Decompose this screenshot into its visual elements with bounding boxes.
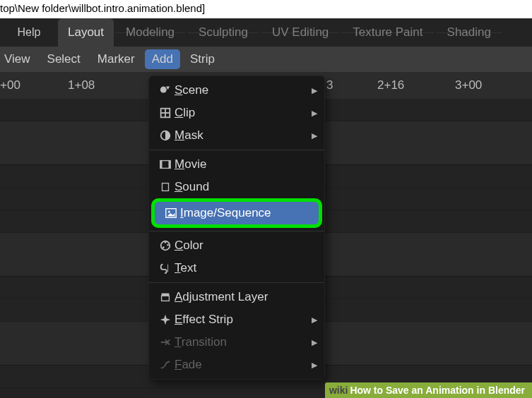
banner-label: How to Save an Animation in Blender: [350, 385, 525, 396]
help-menu[interactable]: Help: [0, 26, 58, 39]
ruler-tick: +00: [0, 78, 20, 92]
mask-icon: [156, 129, 175, 142]
window-titlebar: top\New folder\willbot.intro.animation.b…: [0, 0, 532, 18]
menu-item-label: Movie: [175, 157, 206, 171]
ruler-tick: 3: [326, 78, 333, 92]
menu-item-label: Image/Sequence: [180, 206, 271, 220]
menu-item-color[interactable]: Color: [149, 234, 324, 257]
menu-item-label: Scene: [175, 83, 208, 97]
submenu-arrow-icon: ▶: [312, 109, 317, 118]
top-menu-bar: Help LayoutModelingSculptingUV EditingTe…: [0, 18, 532, 47]
tab-modeling[interactable]: Modeling: [115, 32, 185, 33]
menu-item-transition: Transition▶: [149, 331, 324, 354]
menu-item-mask[interactable]: Mask▶: [149, 124, 324, 147]
menu-item-label: Clip: [175, 106, 195, 120]
menu-item-image-sequence[interactable]: Image/Sequence: [155, 202, 319, 224]
tutorial-highlight: Image/Sequence: [151, 198, 322, 228]
text-icon: [156, 262, 175, 275]
title-text: top\New folder\willbot.intro.animation.b…: [0, 2, 205, 14]
effect-icon: [156, 313, 175, 326]
adjust-icon: [156, 291, 175, 303]
tab-sculpting[interactable]: Sculpting: [188, 32, 259, 33]
menu-view[interactable]: View: [0, 47, 39, 72]
color-icon: [156, 239, 175, 252]
menu-item-label: Fade: [175, 358, 202, 372]
sound-icon: [156, 181, 175, 193]
submenu-arrow-icon: ▶: [312, 131, 317, 140]
wikihow-banner: wikiHow to Save an Animation in Blender: [325, 382, 532, 398]
ruler-tick: 3+00: [455, 78, 482, 92]
tab-texture-paint[interactable]: Texture Paint: [342, 32, 433, 33]
submenu-arrow-icon: ▶: [312, 361, 317, 370]
tab-layout[interactable]: Layout: [58, 18, 114, 47]
menu-item-label: Transition: [175, 335, 227, 349]
submenu-arrow-icon: ▶: [312, 338, 317, 347]
svg-point-10: [168, 211, 170, 213]
add-menu-dropdown: Scene▶Clip▶Mask▶MovieSoundImage/Sequence…: [148, 76, 325, 380]
menu-item-scene[interactable]: Scene▶: [149, 79, 324, 102]
transition-icon: [156, 336, 175, 349]
ruler-tick: 1+08: [68, 78, 95, 92]
menu-item-movie[interactable]: Movie: [149, 153, 324, 176]
submenu-arrow-icon: ▶: [312, 315, 317, 325]
tab-uv-editing[interactable]: UV Editing: [261, 32, 339, 33]
svg-rect-16: [162, 294, 170, 296]
svg-point-13: [167, 244, 169, 246]
submenu-arrow-icon: ▶: [312, 86, 317, 95]
menu-item-text[interactable]: Text: [149, 257, 324, 279]
menu-item-adjustment-layer[interactable]: Adjustment Layer: [149, 286, 324, 308]
menu-item-fade: Fade▶: [149, 354, 324, 376]
scene-icon: [156, 84, 175, 97]
svg-point-14: [162, 246, 165, 248]
fade-icon: [156, 358, 175, 371]
menu-add[interactable]: Add: [145, 49, 180, 69]
menu-separator: [149, 231, 324, 231]
menu-item-clip[interactable]: Clip▶: [149, 102, 324, 124]
workspace-tabs: LayoutModelingSculptingUV EditingTexture…: [58, 18, 503, 47]
menu-item-label: Text: [175, 261, 196, 275]
menu-item-label: Effect Strip: [175, 313, 233, 327]
svg-rect-8: [162, 183, 169, 191]
menu-item-label: Color: [175, 239, 203, 253]
svg-point-12: [165, 241, 167, 243]
menu-item-sound[interactable]: Sound: [149, 176, 324, 198]
wiki-logo: wiki: [329, 385, 348, 396]
ruler-tick: 2+16: [377, 78, 404, 92]
image-icon: [162, 207, 180, 219]
menu-item-effect-strip[interactable]: Effect Strip▶: [149, 308, 324, 331]
menu-separator: [149, 282, 324, 283]
menu-strip[interactable]: Strip: [182, 47, 223, 72]
tab-shading[interactable]: Shading: [437, 32, 502, 33]
menu-select[interactable]: Select: [39, 47, 89, 72]
clip-icon: [156, 107, 175, 119]
menu-item-label: Adjustment Layer: [175, 290, 268, 304]
editor-header-menu: ViewSelectMarkerAddStrip: [0, 47, 532, 72]
svg-point-0: [160, 87, 167, 93]
menu-item-label: Mask: [175, 128, 203, 143]
menu-item-label: Sound: [175, 180, 209, 194]
svg-rect-7: [169, 161, 171, 169]
svg-rect-6: [160, 161, 162, 169]
menu-separator: [149, 150, 324, 150]
menu-marker[interactable]: Marker: [89, 47, 143, 72]
svg-rect-15: [162, 296, 170, 301]
movie-icon: [156, 158, 175, 171]
